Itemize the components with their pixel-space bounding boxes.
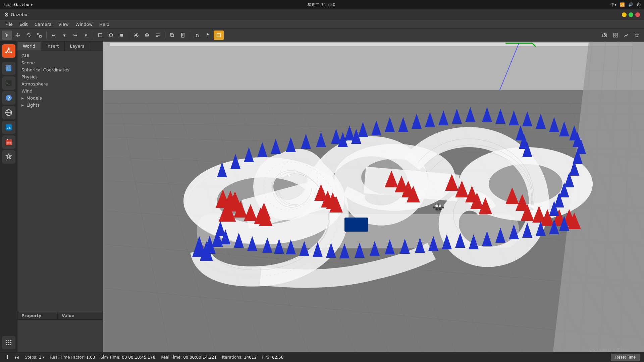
tree-wind[interactable]: Wind xyxy=(17,87,103,95)
box-button[interactable] xyxy=(95,31,105,40)
tree-gui[interactable]: GUI xyxy=(17,52,103,59)
dock-icon-apps[interactable] xyxy=(2,336,15,349)
sidebar-tabs: World Insert Layers xyxy=(17,42,103,51)
svg-rect-82 xyxy=(6,344,7,345)
network-icon: 📶 xyxy=(620,2,625,7)
tree-gui-label: GUI xyxy=(21,53,29,58)
tree-models-label: Models xyxy=(26,96,42,101)
viewport[interactable]: CSDN @好人王诗论 xyxy=(103,42,644,352)
magnet-button[interactable] xyxy=(192,31,202,40)
undo-dropdown[interactable]: ▾ xyxy=(59,31,69,40)
svg-point-42 xyxy=(604,35,606,36)
tree-scene[interactable]: Scene xyxy=(17,59,103,66)
svg-point-53 xyxy=(5,52,7,53)
close-button[interactable] xyxy=(635,12,640,17)
maximize-button[interactable] xyxy=(629,12,633,17)
undo-button[interactable]: ↩ xyxy=(49,31,59,40)
step-icon[interactable]: ⏭ xyxy=(15,355,19,360)
activities-label[interactable]: 活动 xyxy=(3,2,11,8)
reset-time-button[interactable]: Reset Time xyxy=(611,354,640,361)
svg-rect-54 xyxy=(6,65,11,71)
system-bar-center: 星期二 11：50 xyxy=(308,2,335,8)
pause-icon[interactable]: ⏸ xyxy=(4,354,9,360)
dock-icon-ubuntu[interactable] xyxy=(2,44,15,58)
svg-rect-76 xyxy=(6,340,7,341)
minimize-button[interactable] xyxy=(622,12,627,17)
sphere-button[interactable] xyxy=(106,31,116,40)
status-bar: ⏸ ⏭ Steps: 1 ▾ Real Time Factor: 1.00 Si… xyxy=(0,352,644,362)
real-time-factor-display: Real Time Factor: 1.00 xyxy=(50,355,95,360)
settings-icon-button[interactable] xyxy=(632,31,642,40)
system-bar-right[interactable]: 中▾ 📶 🔊 ⏻ xyxy=(610,2,641,8)
menu-window[interactable]: Window xyxy=(73,21,95,27)
dock-icon-help[interactable]: ? xyxy=(2,91,15,105)
lang-indicator[interactable]: 中▾ xyxy=(610,2,616,8)
lines-button[interactable] xyxy=(153,31,163,40)
tree-wind-label: Wind xyxy=(21,88,33,94)
stats-icon-button[interactable] xyxy=(621,31,631,40)
toolbar-sep-2 xyxy=(93,31,93,39)
flag-button[interactable] xyxy=(203,31,213,40)
tab-world[interactable]: World xyxy=(17,42,41,51)
dock-icon-files[interactable] xyxy=(2,62,15,75)
box3-button[interactable] xyxy=(214,31,224,40)
app-indicator[interactable]: Gazebo ▾ xyxy=(14,2,33,7)
tab-insert[interactable]: Insert xyxy=(41,42,64,51)
toolbar-sep-4 xyxy=(165,31,165,39)
tree-spherical-coords[interactable]: Spherical Coordinates xyxy=(17,66,103,73)
svg-rect-33 xyxy=(181,33,184,37)
translate-tool-button[interactable] xyxy=(13,31,23,40)
dock-icon-calendar[interactable] xyxy=(2,135,15,149)
svg-rect-45 xyxy=(616,33,618,35)
tab-layers[interactable]: Layers xyxy=(65,42,90,51)
tree-physics[interactable]: Physics xyxy=(17,73,103,80)
svg-marker-4 xyxy=(15,35,16,36)
title-bar-controls[interactable] xyxy=(622,12,640,17)
iterations-display: Iterations: 14012 xyxy=(222,355,257,360)
dock-icon-vscode[interactable]: VS xyxy=(2,121,15,134)
svg-rect-46 xyxy=(613,36,615,37)
paste-button[interactable] xyxy=(178,31,188,40)
tree-lights[interactable]: Lights xyxy=(17,102,103,109)
svg-rect-55 xyxy=(7,67,10,67)
svg-point-242 xyxy=(435,204,438,207)
svg-line-19 xyxy=(137,36,138,37)
svg-rect-81 xyxy=(10,342,11,343)
dock-icon-settings[interactable] xyxy=(2,150,15,164)
menu-help[interactable]: Help xyxy=(97,21,112,27)
dock-icon-terminal[interactable]: >_ xyxy=(2,76,15,90)
tree-atmosphere[interactable]: Atmosphere xyxy=(17,80,103,87)
copy-button[interactable] xyxy=(167,31,177,40)
svg-rect-43 xyxy=(604,33,605,34)
menu-camera[interactable]: Camera xyxy=(32,21,54,27)
svg-rect-57 xyxy=(7,69,9,69)
steps-value: 1 xyxy=(39,355,42,360)
tree-models[interactable]: Models xyxy=(17,95,103,102)
window-title: Gazebo xyxy=(11,12,27,17)
real-time-display: Real Time: 00 00:00:14.221 xyxy=(161,355,217,360)
real-time-label: Real Time: xyxy=(161,355,182,360)
redo-button[interactable]: ↪ xyxy=(70,31,80,40)
grid-icon-button[interactable] xyxy=(610,31,621,40)
menu-file[interactable]: File xyxy=(3,21,15,27)
menu-view[interactable]: View xyxy=(56,21,71,27)
dock-icon-browser[interactable] xyxy=(2,106,15,119)
svg-point-243 xyxy=(439,204,441,207)
steps-dropdown[interactable]: ▾ xyxy=(43,355,45,360)
svg-point-244 xyxy=(436,208,438,210)
step-button[interactable]: ⏭ xyxy=(15,355,19,360)
select-tool-button[interactable] xyxy=(2,31,12,40)
svg-rect-70 xyxy=(10,139,10,140)
svg-rect-77 xyxy=(8,340,9,341)
wind-button[interactable] xyxy=(142,31,152,40)
svg-rect-31 xyxy=(171,34,174,37)
sun-button[interactable] xyxy=(131,31,141,40)
menu-edit[interactable]: Edit xyxy=(17,21,31,27)
pause-button[interactable]: ⏸ xyxy=(4,354,9,360)
steps-label: Steps: xyxy=(25,355,38,360)
rotate-tool-button[interactable] xyxy=(23,31,34,40)
camera-icon-button[interactable] xyxy=(600,31,610,40)
redo-dropdown[interactable]: ▾ xyxy=(81,31,91,40)
cylinder-button[interactable] xyxy=(117,31,127,40)
scale-tool-button[interactable] xyxy=(34,31,44,40)
